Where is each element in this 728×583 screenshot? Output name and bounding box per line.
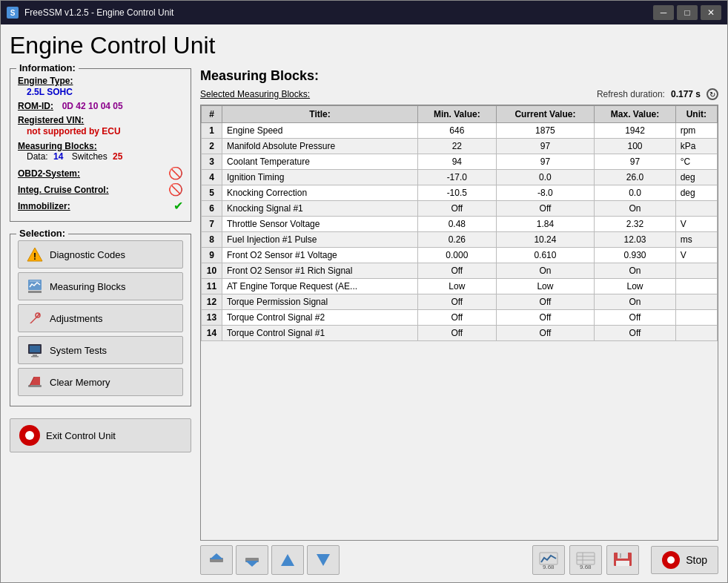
graph-icon	[26, 277, 44, 295]
col-title: Title:	[222, 106, 418, 123]
svg-text:9.68: 9.68	[580, 564, 592, 570]
row-min: Off	[417, 294, 496, 310]
row-title: Manifold Absolute Pressure	[222, 139, 418, 154]
row-max: 100	[595, 139, 675, 154]
row-title: Knocking Correction	[222, 185, 418, 201]
selected-mb-link[interactable]: Selected Measuring Blocks:	[200, 89, 597, 99]
svg-marker-17	[281, 554, 294, 566]
row-unit: V	[675, 217, 717, 232]
table-view-button[interactable]: 9.68	[569, 545, 602, 575]
mb-section-title: Measuring Blocks:	[200, 68, 718, 84]
add-block-button[interactable]	[200, 545, 233, 575]
vin-row: Registered VIN: not supported by ECU	[18, 114, 183, 136]
row-max: Off	[595, 326, 675, 341]
info-section-title: Information:	[16, 62, 79, 73]
row-max: 0.930	[595, 248, 675, 263]
table-row: 13 Torque Control Signal #2 Off Off Off	[202, 310, 718, 326]
row-min: 22	[417, 139, 496, 154]
row-unit: deg	[675, 185, 717, 201]
minimize-button[interactable]: ─	[653, 5, 674, 20]
row-unit	[675, 201, 717, 217]
row-cur: 0.610	[496, 248, 595, 263]
row-num: 9	[202, 248, 222, 263]
row-max: Low	[595, 279, 675, 294]
cruise-row: Integ. Cruise Control: 🚫	[18, 182, 183, 197]
move-up-button[interactable]	[271, 545, 304, 575]
row-min: 0.000	[417, 248, 496, 263]
diagnostic-codes-button[interactable]: ! Diagnostic Codes	[18, 240, 183, 269]
row-max: 97	[595, 154, 675, 170]
table-row: 7 Throttle Sensor Voltage 0.48 1.84 2.32…	[202, 217, 718, 232]
row-unit	[675, 279, 717, 294]
row-num: 10	[202, 263, 222, 279]
row-max: 1942	[595, 123, 675, 139]
adjustments-button[interactable]: Adjustments	[18, 304, 183, 332]
graph-view-button[interactable]: 9.68	[532, 545, 565, 575]
row-unit: °C	[675, 154, 717, 170]
exit-button[interactable]: Exit Control Unit	[10, 418, 191, 452]
data-table: # Title: Min. Value: Current Value: Max.…	[201, 105, 718, 341]
table-row: 6 Knocking Signal #1 Off Off On	[202, 201, 718, 217]
remove-block-button[interactable]	[236, 545, 268, 575]
row-max: On	[595, 294, 675, 310]
row-max: 2.32	[595, 217, 675, 232]
row-num: 6	[202, 201, 222, 217]
stop-label: Stop	[686, 554, 707, 566]
row-unit: V	[675, 248, 717, 263]
measuring-blocks-button[interactable]: Measuring Blocks	[18, 272, 183, 300]
info-section: Information: Engine Type: 2.5L SOHC ROM-…	[10, 68, 191, 222]
svg-text:9.68: 9.68	[543, 564, 555, 570]
close-button[interactable]: ✕	[701, 5, 721, 20]
row-cur: 1875	[496, 123, 595, 139]
save-button[interactable]	[606, 545, 639, 575]
vin-value: not supported by ECU	[27, 126, 121, 136]
monitor-icon	[26, 341, 44, 359]
obd2-row: OBD2-System: 🚫	[18, 166, 183, 180]
col-unit: Unit:	[675, 106, 717, 123]
table-row: 8 Fuel Injection #1 Pulse 0.26 10.24 12.…	[202, 232, 718, 248]
row-unit: rpm	[675, 123, 717, 139]
move-down-button[interactable]	[307, 545, 340, 575]
row-title: Torque Control Signal #1	[222, 326, 418, 341]
svg-text:!: !	[33, 251, 36, 262]
row-num: 1	[202, 123, 222, 139]
table-row: 5 Knocking Correction -10.5 -8.0 0.0 deg	[202, 185, 718, 201]
svg-rect-7	[30, 346, 40, 352]
svg-marker-10	[30, 377, 40, 386]
refresh-icon[interactable]: ↻	[707, 88, 718, 100]
main-window: S FreeSSM v1.2.5 - Engine Control Unit ─…	[0, 0, 728, 583]
row-title: Torque Control Signal #2	[222, 310, 418, 326]
svg-rect-9	[31, 356, 39, 358]
row-cur: 97	[496, 154, 595, 170]
maximize-button[interactable]: □	[677, 5, 698, 20]
window-controls: ─ □ ✕	[653, 5, 721, 20]
mb-switches-value: 25	[113, 151, 122, 162]
engine-type-value: 2.5L SOHC	[27, 87, 73, 97]
table-row: 1 Engine Speed 646 1875 1942 rpm	[202, 123, 718, 139]
stop-button[interactable]: Stop	[651, 546, 718, 574]
mb-subheader: Selected Measuring Blocks: Refresh durat…	[200, 88, 718, 100]
exit-label: Exit Control Unit	[46, 430, 116, 441]
content-area: Engine Control Unit Information: Engine …	[1, 24, 727, 582]
svg-rect-29	[616, 561, 629, 566]
table-row: 9 Front O2 Sensor #1 Voltage 0.000 0.610…	[202, 248, 718, 263]
table-header-row: # Title: Min. Value: Current Value: Max.…	[202, 106, 718, 123]
row-cur: 0.0	[496, 170, 595, 185]
system-tests-button[interactable]: System Tests	[18, 336, 183, 364]
row-num: 5	[202, 185, 222, 201]
row-max: 12.03	[595, 232, 675, 248]
selection-section-title: Selection:	[16, 228, 68, 239]
col-max: Max. Value:	[595, 106, 675, 123]
row-cur: 1.84	[496, 217, 595, 232]
obd2-label: OBD2-System:	[18, 168, 168, 179]
row-min: Off	[417, 310, 496, 326]
engine-type-row: Engine Type: 2.5L SOHC	[18, 75, 183, 97]
row-cur: 10.24	[496, 232, 595, 248]
clear-memory-button[interactable]: Clear Memory	[18, 368, 183, 396]
table-row: 3 Coolant Temperature 94 97 97 °C	[202, 154, 718, 170]
page-title: Engine Control Unit	[10, 32, 718, 59]
row-unit: deg	[675, 170, 717, 185]
row-unit	[675, 263, 717, 279]
svg-rect-8	[33, 355, 37, 356]
row-min: Low	[417, 279, 496, 294]
